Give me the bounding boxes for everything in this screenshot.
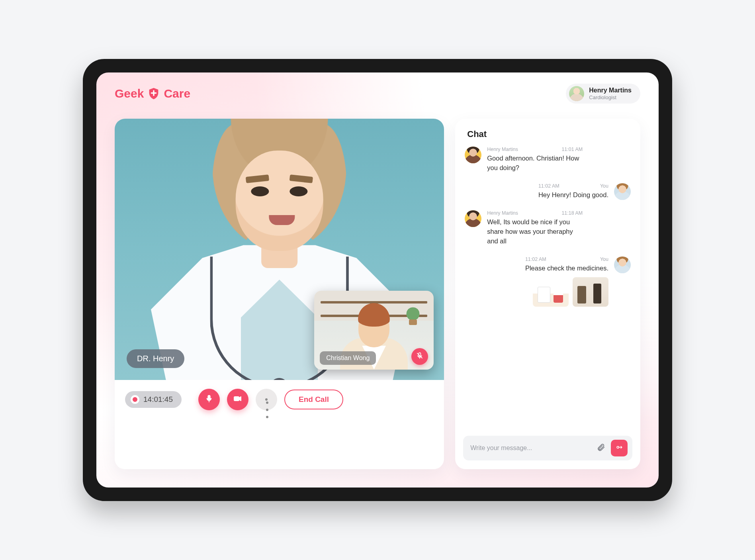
attachment-thumbnail[interactable]	[573, 277, 608, 307]
chat-message: You 11:02 AM Please check the medicines.	[465, 257, 631, 307]
chat-text: Please check the medicines.	[525, 264, 608, 273]
brand-suffix: Care	[164, 87, 190, 100]
send-icon	[615, 443, 623, 453]
shield-plus-icon	[147, 87, 160, 100]
main-area: DR. Henry Christian Wong	[96, 108, 659, 488]
account-menu[interactable]: Henry Martins Cardiologist	[566, 84, 640, 104]
main-video-feed[interactable]: DR. Henry Christian Wong	[115, 119, 444, 380]
main-participant-label: DR. Henry	[127, 349, 184, 368]
attach-button[interactable]	[595, 442, 607, 454]
send-button[interactable]	[611, 440, 628, 456]
brand-logo[interactable]: Geek Care	[115, 87, 190, 100]
account-name: Henry Martins	[589, 87, 632, 94]
account-avatar	[569, 86, 584, 101]
chat-sender: You	[600, 183, 608, 189]
chat-time: 11:01 AM	[561, 147, 583, 152]
chat-input[interactable]	[470, 444, 591, 452]
chat-message: You 11:02 AM Hey Henry! Doing good.	[465, 183, 631, 200]
mic-icon	[205, 394, 213, 405]
chat-composer	[463, 436, 632, 460]
more-icon	[265, 398, 268, 401]
chat-messages[interactable]: Henry Martins 11:01 AM Good afternoon. C…	[455, 145, 640, 429]
chat-time: 11:18 AM	[561, 210, 583, 216]
attachment-thumbnail[interactable]	[533, 277, 569, 307]
call-controls: 14:01:45	[115, 380, 444, 419]
chat-sender: You	[600, 257, 608, 262]
account-role: Cardiologist	[589, 94, 632, 100]
chat-title: Chat	[455, 119, 640, 145]
chat-text: Hey Henry! Doing good.	[538, 190, 608, 200]
chat-avatar	[614, 183, 631, 200]
tablet-frame: Geek Care Henry Martins Cardiologist	[83, 59, 672, 501]
camera-toggle-button[interactable]	[227, 389, 248, 410]
pip-participant-label: Christian Wong	[320, 351, 376, 365]
chat-sender: Henry Martins	[487, 147, 518, 152]
more-options-button[interactable]	[256, 389, 277, 410]
chat-avatar	[465, 147, 481, 163]
chat-text: Good afternoon. Christian! How you doing…	[487, 154, 583, 173]
pip-mic-muted-button[interactable]	[411, 348, 428, 365]
chat-time: 11:02 AM	[538, 183, 559, 189]
chat-message: Henry Martins 11:01 AM Good afternoon. C…	[465, 147, 631, 173]
mic-toggle-button[interactable]	[198, 389, 220, 410]
video-panel: DR. Henry Christian Wong	[115, 119, 444, 469]
mic-off-icon	[416, 352, 424, 361]
camera-icon	[233, 394, 243, 405]
top-bar: Geek Care Henry Martins Cardiologist	[96, 72, 659, 108]
chat-attachments	[525, 277, 608, 307]
chat-text: Well, Its would be nice if you share how…	[487, 217, 583, 246]
record-icon	[131, 395, 139, 404]
recording-time: 14:01:45	[143, 395, 173, 404]
end-call-button[interactable]: End Call	[284, 390, 343, 409]
brand-prefix: Geek	[115, 87, 144, 100]
chat-avatar	[614, 257, 631, 273]
chat-avatar	[465, 210, 481, 227]
paperclip-icon	[597, 443, 605, 453]
svg-rect-1	[234, 397, 239, 401]
recording-indicator[interactable]: 14:01:45	[125, 391, 182, 408]
app-screen: Geek Care Henry Martins Cardiologist	[96, 72, 659, 488]
chat-panel: Chat Henry Martins 11:01 AM Good afterno…	[455, 119, 640, 469]
self-view-pip[interactable]: Christian Wong	[314, 291, 434, 370]
chat-message: Henry Martins 11:18 AM Well, Its would b…	[465, 210, 631, 246]
chat-time: 11:02 AM	[525, 257, 546, 262]
chat-sender: Henry Martins	[487, 210, 518, 216]
